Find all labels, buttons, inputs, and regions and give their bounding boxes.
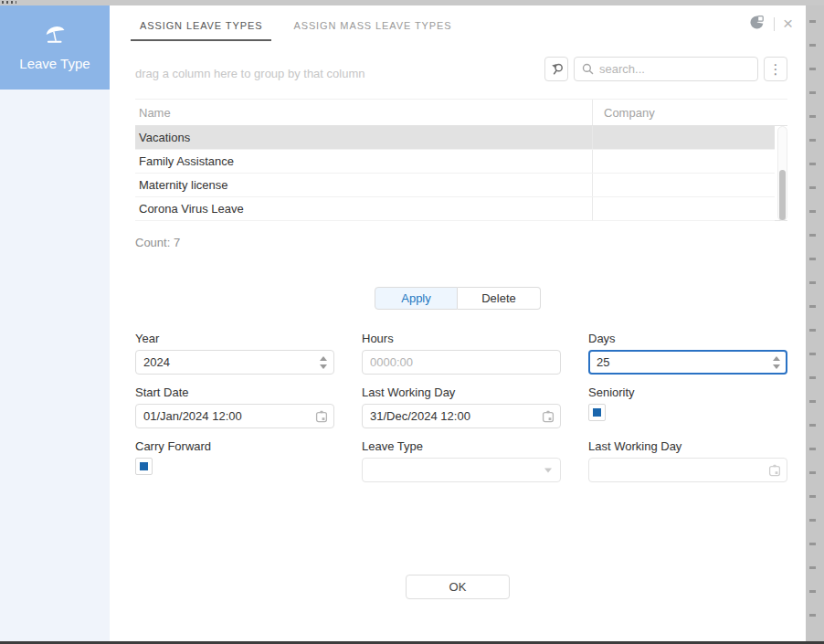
seniority-checkbox[interactable] (588, 404, 606, 421)
pie-chart-icon (748, 14, 766, 31)
grid-vertical-scrollbar[interactable] (777, 126, 787, 221)
days-spinner (773, 356, 780, 369)
last-working-day-input[interactable] (362, 404, 561, 428)
grid-cell-company (592, 197, 775, 220)
checkbox-indeterminate-mark (140, 462, 148, 470)
sidebar-item-leave-type[interactable]: Leave Type (0, 5, 110, 90)
spin-down-button[interactable] (773, 364, 780, 369)
grid-cell-name: Maternity license (135, 178, 592, 192)
search-input[interactable] (599, 62, 750, 76)
field-start-date: Start Date (135, 385, 334, 428)
grid-body: Vacations Family Assistance Maternity li… (135, 126, 787, 221)
spin-up-button[interactable] (773, 356, 780, 361)
year-label: Year (135, 332, 334, 345)
year-input[interactable] (135, 350, 334, 375)
last-working-day-end-label: Last Working Day (588, 439, 787, 453)
search-icon (582, 63, 594, 75)
ok-button[interactable]: OK (406, 575, 510, 599)
chevron-down-icon (544, 468, 552, 472)
assignment-form: Year Hours Days (135, 332, 787, 482)
calendar-icon (315, 410, 328, 423)
field-year: Year (135, 332, 334, 375)
field-last-working-day: Last Working Day (362, 385, 561, 428)
table-row[interactable]: Maternity license (135, 174, 775, 197)
last-working-day-label: Last Working Day (362, 385, 561, 399)
grid-header-company[interactable]: Company (592, 100, 787, 125)
start-date-label: Start Date (135, 385, 334, 399)
leave-type-label: Leave Type (362, 439, 561, 453)
grid-cell-name: Corona Virus Leave (135, 202, 592, 216)
background-page-remnant (809, 20, 816, 630)
sidebar-item-label: Leave Type (19, 56, 90, 71)
leave-types-grid: Name Company Vacations Family Assistance… (135, 99, 787, 221)
field-carry-forward: Carry Forward (135, 439, 334, 482)
table-row[interactable]: Family Assistance (135, 150, 775, 174)
table-row[interactable]: Vacations (135, 126, 775, 150)
calendar-icon (542, 410, 555, 423)
table-row[interactable]: Corona Virus Leave (135, 197, 775, 221)
titlebar-icons: × (748, 15, 793, 33)
field-leave-type: Leave Type (362, 439, 561, 482)
grid-cell-company (592, 126, 775, 149)
hours-input[interactable] (362, 350, 561, 375)
last-working-day-end-input[interactable] (588, 458, 787, 482)
close-button[interactable]: × (783, 16, 793, 33)
calendar-button[interactable] (542, 410, 555, 423)
checkbox-indeterminate-mark (593, 408, 601, 417)
calendar-button[interactable] (768, 464, 781, 477)
grid-toolbar: ⋮ (544, 57, 787, 81)
field-last-working-day-end: Last Working Day (588, 439, 787, 482)
field-hours: Hours (362, 332, 561, 375)
start-date-input[interactable] (135, 404, 334, 428)
grid-cell-company (592, 174, 775, 196)
window-edge-specks (2, 1, 16, 4)
tab-bar: ASSIGN LEAVE TYPES ASSIGN MASS LEAVE TYP… (131, 15, 474, 41)
pie-chart-button[interactable] (748, 14, 766, 35)
group-panel-hint: drag a column here to group by that colu… (135, 67, 364, 80)
spin-up-button[interactable] (320, 356, 327, 361)
grid-cell-company (592, 150, 775, 173)
sidebar: Leave Type (0, 5, 110, 641)
leave-type-dialog: ASSIGN LEAVE TYPES ASSIGN MASS LEAVE TYP… (110, 5, 806, 641)
grid-cell-name: Family Assistance (135, 154, 592, 168)
window-edge-right (806, 5, 824, 641)
spin-down-button[interactable] (320, 364, 327, 369)
seniority-label: Seniority (588, 385, 787, 399)
hours-label: Hours (362, 332, 561, 345)
days-input[interactable] (588, 350, 787, 375)
calendar-icon (768, 464, 781, 477)
leave-type-select[interactable] (362, 458, 561, 482)
days-label: Days (588, 332, 787, 345)
grid-cell-name: Vacations (135, 131, 592, 144)
kebab-icon: ⋮ (769, 62, 783, 76)
search-panel-button[interactable] (544, 57, 568, 81)
tab-assign-mass-leave-types[interactable]: ASSIGN MASS LEAVE TYPES (284, 15, 460, 41)
row-count-label: Count: 7 (135, 236, 180, 249)
close-icon: × (783, 14, 793, 33)
grid-header-name[interactable]: Name (135, 106, 592, 120)
beach-umbrella-icon (42, 24, 68, 48)
kebab-menu-button[interactable]: ⋮ (764, 57, 787, 81)
titlebar-divider (774, 17, 775, 31)
search-box (574, 57, 758, 81)
tab-assign-leave-types[interactable]: ASSIGN LEAVE TYPES (131, 15, 271, 41)
mode-toggle: Apply Delete (375, 287, 541, 310)
calendar-button[interactable] (315, 410, 328, 423)
search-highlight-icon (550, 62, 564, 76)
field-days: Days (588, 332, 787, 375)
delete-button[interactable]: Delete (458, 287, 541, 310)
carry-forward-checkbox[interactable] (135, 458, 153, 475)
field-seniority: Seniority (588, 385, 787, 428)
scrollbar-thumb[interactable] (779, 170, 786, 220)
year-spinner (320, 356, 327, 369)
carry-forward-label: Carry Forward (135, 439, 334, 453)
apply-button[interactable]: Apply (375, 287, 458, 310)
grid-header-row: Name Company (135, 99, 787, 126)
